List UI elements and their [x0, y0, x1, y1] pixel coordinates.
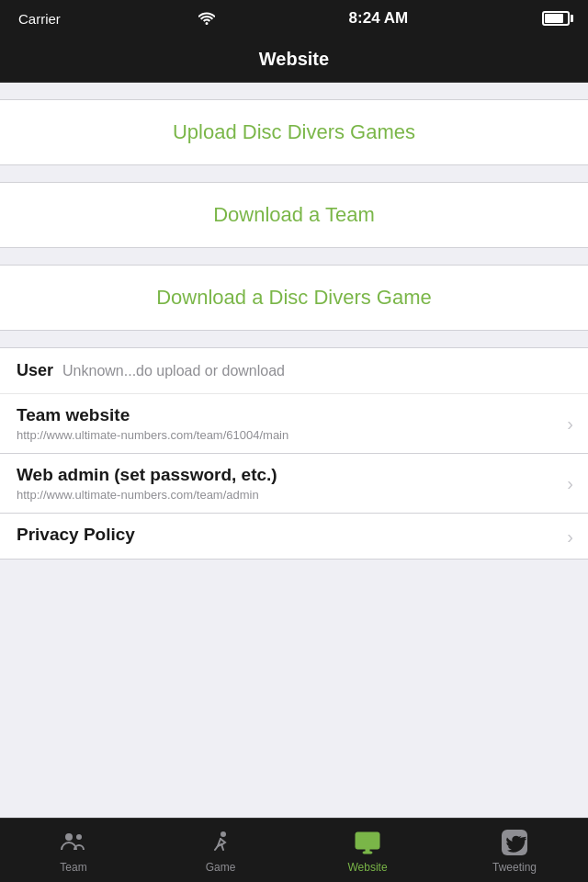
download-game-button[interactable]: Download a Disc Divers Game — [0, 266, 588, 330]
svg-point-0 — [65, 833, 73, 841]
svg-rect-6 — [360, 841, 368, 842]
gap-1 — [0, 83, 588, 99]
website-icon — [353, 828, 382, 857]
download-game-label: Download a Disc Divers Game — [156, 286, 432, 310]
gap-3 — [0, 248, 588, 265]
svg-point-1 — [76, 834, 82, 840]
svg-point-7 — [371, 837, 375, 841]
privacy-policy-row[interactable]: Privacy Policy › — [0, 514, 588, 559]
carrier-label: Carrier — [18, 11, 61, 27]
nav-title: Website — [259, 49, 329, 70]
download-team-section: Download a Team — [0, 182, 588, 248]
team-website-title: Team website — [17, 405, 571, 425]
web-admin-subtitle: http://www.ultimate-numbers.com/team/adm… — [17, 488, 571, 502]
gap-4 — [0, 331, 588, 347]
team-website-row[interactable]: Team website http://www.ultimate-numbers… — [0, 394, 588, 454]
tab-team[interactable]: Team — [0, 819, 147, 882]
svg-rect-5 — [360, 837, 369, 839]
chevron-icon-3: › — [567, 526, 573, 547]
download-game-section: Download a Disc Divers Game — [0, 265, 588, 331]
team-icon — [59, 828, 88, 857]
tab-bar: Team Game — [0, 818, 588, 882]
wifi-icon — [198, 12, 215, 25]
download-team-button[interactable]: Download a Team — [0, 183, 588, 247]
tab-tweeting[interactable]: Tweeting — [441, 819, 588, 882]
status-bar: Carrier 8:24 AM — [0, 0, 588, 37]
user-value: Unknown...do upload or download — [62, 363, 285, 379]
tab-website[interactable]: Website — [294, 819, 441, 882]
battery-icon — [542, 11, 570, 26]
tab-tweeting-label: Tweeting — [492, 861, 537, 874]
chevron-icon-2: › — [567, 473, 573, 494]
chevron-icon: › — [567, 413, 573, 435]
info-section: User Unknown...do upload or download Tea… — [0, 347, 588, 560]
privacy-policy-title: Privacy Policy — [17, 525, 571, 545]
main-content: Upload Disc Divers Games Download a Team… — [0, 83, 588, 818]
nav-bar: Website — [0, 37, 588, 83]
web-admin-title: Web admin (set password, etc.) — [17, 465, 571, 485]
svg-rect-9 — [363, 852, 372, 854]
team-website-subtitle: http://www.ultimate-numbers.com/team/610… — [17, 428, 571, 442]
tweeting-icon — [500, 828, 529, 857]
upload-section: Upload Disc Divers Games — [0, 99, 588, 165]
tab-game-label: Game — [206, 861, 236, 874]
web-admin-row[interactable]: Web admin (set password, etc.) http://ww… — [0, 454, 588, 514]
upload-button[interactable]: Upload Disc Divers Games — [0, 100, 588, 164]
user-row: User Unknown...do upload or download — [0, 348, 588, 394]
tab-game[interactable]: Game — [147, 819, 294, 882]
gap-2 — [0, 165, 588, 182]
time-display: 8:24 AM — [349, 9, 409, 28]
tab-website-label: Website — [347, 861, 387, 874]
game-icon — [206, 828, 235, 857]
svg-point-2 — [220, 831, 226, 837]
user-label: User — [17, 361, 53, 380]
download-team-label: Download a Team — [213, 203, 375, 227]
upload-label: Upload Disc Divers Games — [173, 120, 415, 144]
tab-team-label: Team — [60, 861, 86, 874]
